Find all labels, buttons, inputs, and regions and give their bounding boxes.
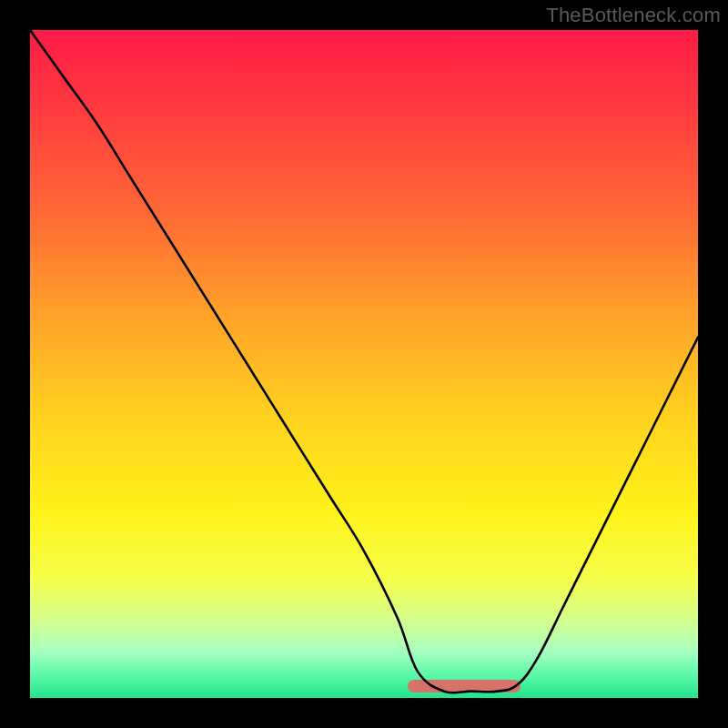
chart-container: TheBottleneck.com: [0, 0, 728, 728]
bottleneck-curve: [30, 30, 698, 698]
watermark-text: TheBottleneck.com: [546, 4, 721, 27]
plot-area: [30, 30, 698, 698]
